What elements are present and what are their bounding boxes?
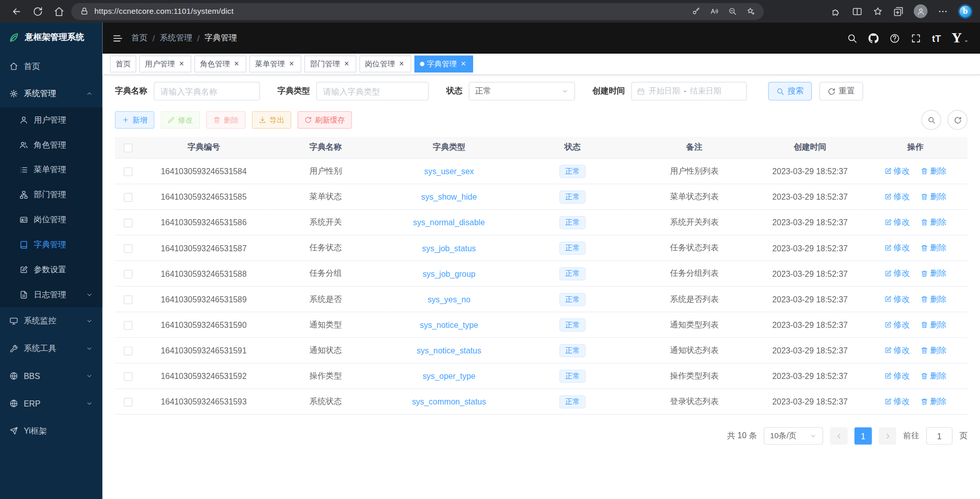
collections-icon[interactable] [893,6,904,17]
row-checkbox[interactable] [124,346,132,355]
sidebar-item-bbs[interactable]: BBS [0,362,103,390]
tab-post-mgmt[interactable]: 岗位管理 × [359,56,411,73]
menu-fold-icon[interactable] [112,33,123,43]
sidebar-item-user-mgmt[interactable]: 用户管理 [0,107,103,132]
row-checkbox[interactable] [124,244,132,253]
more-icon[interactable] [938,6,948,17]
close-icon[interactable]: × [398,60,406,68]
dict-type-link[interactable]: sys_notice_status [417,346,481,355]
sidebar-item-param-settings[interactable]: 参数设置 [0,257,103,282]
row-checkbox[interactable] [124,295,132,304]
tab-menu-mgmt[interactable]: 菜单管理 × [249,56,301,73]
row-edit-button[interactable]: 修改 [884,370,909,382]
home-button[interactable] [50,3,67,20]
sidebar-item-system-mgmt[interactable]: 系统管理 [0,80,103,108]
row-delete-button[interactable]: 删除 [921,268,946,279]
row-checkbox[interactable] [124,193,132,202]
reload-button[interactable] [29,3,46,20]
tab-dict-mgmt[interactable]: 字典管理 × [414,56,473,73]
favorites-bar-icon[interactable] [873,6,883,17]
select-all-checkbox[interactable] [124,144,132,152]
page-size-select[interactable]: 10条/页 [764,427,823,444]
sidebar-item-home[interactable]: 首页 [0,53,103,80]
export-button[interactable]: 导出 [252,111,291,129]
row-checkbox[interactable] [124,321,132,329]
dict-type-link[interactable]: sys_oper_type [423,371,475,381]
dict-type-link[interactable]: sys_show_hide [422,192,477,201]
row-checkbox[interactable] [124,398,132,407]
row-checkbox[interactable] [124,270,132,278]
row-delete-button[interactable]: 删除 [921,396,946,407]
toggle-search-button[interactable] [921,110,941,130]
sidebar-item-log-mgmt[interactable]: 日志管理 [0,282,103,307]
row-checkbox[interactable] [124,167,132,176]
key-icon[interactable] [692,7,701,15]
tab-dept-mgmt[interactable]: 部门管理 × [305,56,357,73]
close-icon[interactable]: × [342,60,351,68]
read-aloud-icon[interactable] [710,7,719,15]
refresh-table-button[interactable] [947,110,967,130]
sidebar-item-post-mgmt[interactable]: 岗位管理 [0,207,103,232]
row-edit-button[interactable]: 修改 [884,319,909,330]
status-select[interactable]: 正常 [469,82,575,101]
search-button[interactable]: 搜索 [768,82,812,101]
row-edit-button[interactable]: 修改 [884,217,909,228]
dict-type-link[interactable]: sys_job_group [423,269,475,278]
tab-user-mgmt[interactable]: 用户管理 × [139,56,192,73]
row-checkbox[interactable] [124,372,132,381]
row-edit-button[interactable]: 修改 [884,242,909,253]
dict-type-link[interactable]: sys_common_status [412,397,486,406]
row-edit-button[interactable]: 修改 [884,345,909,356]
add-button[interactable]: 新增 [115,111,154,129]
search-icon[interactable] [847,33,858,43]
github-icon[interactable] [868,33,879,43]
reset-button[interactable]: 重置 [820,82,864,101]
edit-button[interactable]: 修改 [160,111,200,129]
next-page-button[interactable] [879,427,896,444]
dict-type-link[interactable]: sys_normal_disable [413,218,485,227]
row-delete-button[interactable]: 删除 [921,191,946,202]
dict-type-link[interactable]: sys_user_sex [424,167,474,176]
row-delete-button[interactable]: 删除 [921,242,946,253]
prev-page-button[interactable] [830,427,847,444]
row-edit-button[interactable]: 修改 [884,268,909,279]
breadcrumb-home[interactable]: 首页 [131,33,148,44]
sidebar-item-erp[interactable]: ERP [0,390,103,417]
sidebar-item-dept-mgmt[interactable]: 部门管理 [0,182,103,207]
row-delete-button[interactable]: 删除 [921,370,946,382]
add-favorite-icon[interactable] [746,7,755,15]
sidebar-item-system-tools[interactable]: 系统工具 [0,335,103,362]
sidebar-item-system-monitor[interactable]: 系统监控 [0,307,103,335]
sidebar-item-menu-mgmt[interactable]: 菜单管理 [0,157,103,182]
user-logo-dropdown[interactable]: Y [951,30,970,46]
row-edit-button[interactable]: 修改 [884,396,909,407]
goto-page-input[interactable] [926,427,952,444]
row-delete-button[interactable]: 删除 [921,165,946,177]
row-delete-button[interactable]: 删除 [921,345,946,356]
row-edit-button[interactable]: 修改 [884,294,909,305]
row-delete-button[interactable]: 删除 [921,319,946,330]
sidebar-item-dict-mgmt[interactable]: 字典管理 [0,232,103,257]
back-button[interactable] [8,3,25,20]
bing-copilot-icon[interactable]: b [958,4,972,18]
help-icon[interactable] [890,33,900,43]
date-range-picker[interactable]: 开始日期 - 结束日期 [631,82,746,101]
extensions-icon[interactable] [831,6,842,17]
address-bar[interactable]: https://ccnetcore.com:1101/system/dict [71,3,763,20]
delete-button[interactable]: 删除 [206,111,246,129]
row-edit-button[interactable]: 修改 [884,191,909,202]
close-icon[interactable]: × [177,60,185,68]
close-icon[interactable]: × [459,60,468,68]
profile-avatar[interactable] [914,5,927,18]
row-edit-button[interactable]: 修改 [884,165,909,177]
dict-name-input[interactable] [154,82,260,101]
tab-role-mgmt[interactable]: 角色管理 × [194,56,246,73]
breadcrumb-system-mgmt[interactable]: 系统管理 [160,33,193,44]
row-checkbox[interactable] [124,219,132,227]
sidebar-item-yi-framework[interactable]: Yi框架 [0,417,103,445]
font-size-icon[interactable]: tT [932,33,941,43]
dict-type-link[interactable]: sys_yes_no [428,295,471,304]
tab-home[interactable]: 首页 [110,56,136,73]
row-delete-button[interactable]: 删除 [921,217,946,228]
refresh-cache-button[interactable]: 刷新缓存 [297,111,352,129]
